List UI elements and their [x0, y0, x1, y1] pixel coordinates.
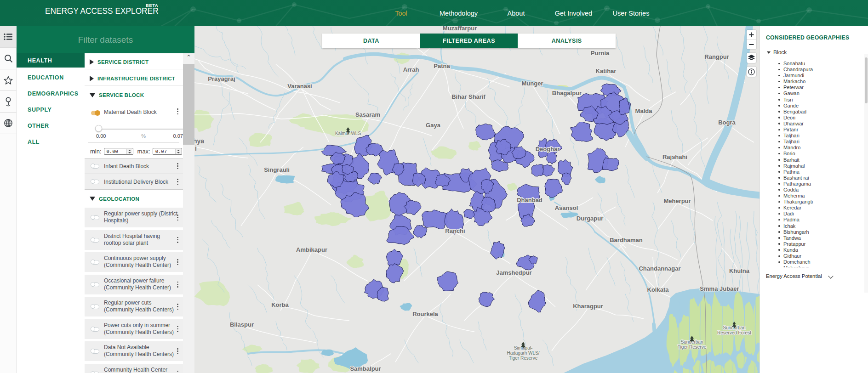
svg-text:Ranchi: Ranchi: [445, 227, 465, 234]
svg-text:Kolkata: Kolkata: [647, 286, 669, 293]
svg-text:Bogra: Bogra: [718, 119, 736, 126]
svg-text:Ambikapur: Ambikapur: [296, 246, 327, 253]
svg-text:Hadagarh WLS/: Hadagarh WLS/: [507, 350, 539, 356]
svg-text:Varanasi: Varanasi: [287, 83, 312, 90]
svg-text:Katihar: Katihar: [596, 68, 617, 74]
svg-text:Rourkela: Rourkela: [412, 311, 438, 317]
svg-text:Patna: Patna: [434, 62, 450, 69]
svg-text:Malda: Malda: [635, 107, 653, 114]
svg-text:Deoghar: Deoghar: [536, 146, 560, 153]
svg-text:Durgapur: Durgapur: [577, 215, 604, 222]
svg-text:Bihar Sharif: Bihar Sharif: [451, 93, 485, 100]
svg-text:Sasaram: Sasaram: [355, 111, 380, 118]
svg-text:Bhagalpur: Bhagalpur: [552, 90, 582, 96]
svg-text:Khulna: Khulna: [729, 267, 750, 274]
svg-text:Korba: Korba: [271, 301, 289, 308]
svg-text:i: i: [195, 145, 197, 152]
svg-text:Reserved Forest: Reserved Forest: [717, 330, 751, 335]
svg-text:Prayagraj: Prayagraj: [208, 75, 235, 82]
svg-text:Jamshedpur: Jamshedpur: [496, 269, 531, 276]
svg-text:Bardhaman: Bardhaman: [610, 237, 643, 243]
svg-text:Gaya: Gaya: [426, 122, 441, 129]
svg-text:Muzaffarpur: Muzaffarpur: [443, 26, 477, 32]
svg-text:Kharagpur: Kharagpur: [573, 303, 603, 310]
svg-text:Smma Jubaer: Smma Jubaer: [700, 285, 739, 292]
svg-text:Arrah: Arrah: [403, 66, 419, 73]
svg-text:Sambalpur: Sambalpur: [350, 365, 381, 372]
svg-text:Asansol: Asansol: [555, 204, 578, 211]
svg-text:Chandannagar: Chandannagar: [639, 265, 680, 272]
svg-text:Rangpur: Rangpur: [704, 53, 729, 60]
svg-text:hya: hya: [194, 137, 204, 145]
svg-text:Bilaspur: Bilaspur: [230, 321, 254, 328]
svg-text:Rajshahi: Rajshahi: [662, 153, 687, 160]
svg-text:Meherpur: Meherpur: [663, 198, 691, 204]
svg-text:Dhanbad: Dhanbad: [517, 197, 542, 203]
svg-text:Tiger Reserve: Tiger Reserve: [678, 345, 707, 350]
svg-text:Tiger Reserve: Tiger Reserve: [509, 356, 538, 361]
svg-text:Munger: Munger: [522, 80, 543, 87]
svg-text:Singrauli: Singrauli: [264, 166, 290, 173]
svg-text:Purnia: Purnia: [591, 50, 610, 57]
